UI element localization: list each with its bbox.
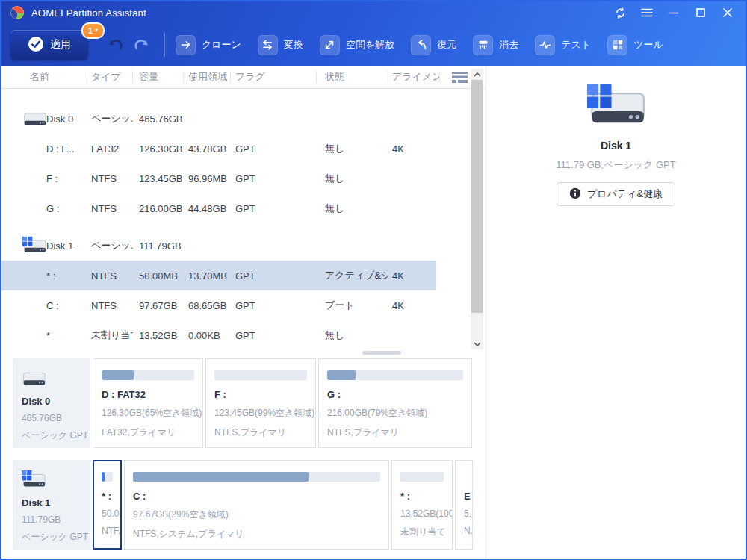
maximize-icon (695, 7, 706, 18)
partition-cell[interactable]: * : 13.52GB(100... 未割り当て (391, 460, 453, 550)
redo-button[interactable] (133, 36, 151, 54)
row-capacity: 123.45GB (133, 173, 184, 184)
row-name: F : (46, 173, 58, 184)
partition-cell[interactable]: D : FAT32 126.30GB(65%空き領域) FAT32,プライマリ (93, 358, 203, 448)
undo-button[interactable] (106, 36, 124, 54)
partition-cell[interactable]: F : 123.45GB(99%空き領域) NTFS,プライマリ (205, 358, 316, 448)
row-name: G : (46, 203, 59, 214)
toolbar-button-tools[interactable]: ツール (607, 35, 663, 55)
column-header-1[interactable]: 名前 (1, 71, 87, 83)
column-header-3[interactable]: 容量 (133, 71, 184, 83)
clone-icon (176, 35, 196, 55)
partition-cell[interactable]: G : 216.00GB(79%空き領域) NTFS,プライマリ (318, 358, 472, 448)
properties-health-button[interactable]: プロパティ&健康 (557, 182, 675, 206)
usage-bar (102, 472, 113, 482)
column-header-7[interactable]: アライメント (388, 71, 440, 83)
column-label: 使用領域 (188, 71, 230, 83)
row-capacity: 126.30GB (133, 143, 184, 155)
partition-row-[interactable]: * : NTFS 50.00MB 13.70MB GPT アクティブ&シス...… (1, 261, 436, 290)
disk-info-cell[interactable]: Disk 0 465.76GB ベーシック GPT (13, 358, 90, 448)
disk-row-Disk0[interactable]: Disk 0 ベーシッ... 465.76GB (1, 104, 436, 134)
column-label: アライメント (392, 71, 439, 83)
window-controls (607, 1, 741, 24)
toolbar-button-clone[interactable]: クローン (176, 35, 241, 55)
usage-bar (214, 370, 307, 380)
partition-row-C[interactable]: C : NTFS 97.67GB 68.65GB GPT ブート 4K (1, 290, 436, 320)
column-header-2[interactable]: タイプ (87, 71, 133, 83)
toolbar-buttons: クローン 変換 空間を解放 復元 消去 テスト ツール (176, 35, 680, 55)
release-space-icon (320, 35, 340, 55)
toolbar-button-restore[interactable]: 復元 (411, 35, 456, 55)
row-type: NTFS (87, 173, 133, 184)
detail-disk-name: Disk 1 (601, 140, 631, 152)
column-header-5[interactable]: フラグ (231, 71, 317, 83)
partition-fs: FAT32,プライマリ (102, 426, 194, 439)
apply-label: 適用 (50, 38, 71, 52)
panel-splitter-handle[interactable] (362, 351, 401, 355)
disk-row-Disk1[interactable]: Disk 1 ベーシッ... 111.79GB (1, 231, 436, 261)
menu-button[interactable] (633, 1, 660, 24)
app-window: AOMEI Partition Assistant 適用 1 ▾ (1, 1, 746, 559)
partition-row-DF[interactable]: D : F... FAT32 126.30GB 43.78GB GPT 無し 4… (1, 134, 436, 164)
close-button[interactable] (714, 1, 741, 24)
detail-disk-info: 111.79 GB,ベーシック GPT (556, 158, 675, 172)
disk-map-row-disk0: Disk 0 465.76GB ベーシック GPT D : FAT32 126.… (13, 358, 473, 448)
column-header-4[interactable]: 使用領域 (184, 71, 231, 83)
row-capacity: 111.79GB (133, 240, 184, 252)
row-flag: GPT (231, 330, 317, 341)
row-status: 無し (317, 329, 388, 342)
row-type: NTFS (87, 270, 133, 281)
apply-button[interactable]: 適用 (10, 30, 88, 60)
app-logo-icon (10, 6, 24, 19)
row-name: * (46, 330, 50, 341)
disk-gray-icon (22, 369, 90, 391)
disk-size: 111.79GB (22, 514, 90, 525)
maximize-button[interactable] (687, 1, 714, 24)
disk-windows-icon (22, 470, 90, 493)
column-label: 状態 (325, 71, 388, 83)
partition-size: 13.52GB(100... (400, 508, 444, 519)
row-type: ベーシッ... (87, 112, 133, 125)
row-status: 無し (317, 142, 388, 155)
pending-operations-badge[interactable]: 1 ▾ (81, 22, 105, 39)
toolbar-button-release-space[interactable]: 空間を解放 (320, 35, 394, 55)
disk-type: ベーシック GPT (22, 531, 90, 544)
info-icon (569, 187, 581, 202)
row-flag: GPT (231, 270, 317, 281)
row-used: 68.65GB (184, 300, 231, 311)
partition-size: 126.30GB(65%空き領域) (102, 407, 194, 420)
toolbar-button-test[interactable]: テスト (535, 35, 591, 55)
row-alignment: 4K (388, 143, 440, 155)
scroll-down-icon[interactable] (471, 338, 483, 349)
list-view-icon[interactable] (452, 71, 468, 86)
column-header-6[interactable]: 状態 (317, 71, 388, 83)
table-scrollbar[interactable] (471, 69, 483, 349)
disk-size: 465.76GB (22, 413, 90, 423)
minimize-button[interactable] (660, 1, 687, 24)
refresh-button[interactable] (607, 1, 633, 24)
row-used: 43.78GB (184, 143, 231, 155)
column-label: 容量 (139, 71, 183, 83)
toolbar-button-convert[interactable]: 変換 (258, 35, 303, 55)
tools-icon (607, 35, 627, 55)
header: AOMEI Partition Assistant 適用 1 ▾ (1, 1, 746, 66)
row-type: 未割り当て (87, 329, 133, 342)
detail-panel: Disk 1 111.79 GB,ベーシック GPT プロパティ&健康 (486, 66, 746, 559)
partition-row-[interactable]: * 未割り当て 13.52GB 0.00KB GPT 無し (1, 320, 436, 350)
row-name: D : F... (46, 143, 75, 155)
disk-info-cell[interactable]: Disk 1 111.79GB ベーシック GPT (13, 460, 90, 550)
toolbar-button-erase[interactable]: 消去 (473, 35, 518, 55)
partition-cell[interactable]: * : 50.0... NTF... (93, 460, 122, 550)
partition-row-G[interactable]: G : NTFS 216.00GB 44.48GB GPT 無し (1, 193, 436, 223)
refresh-icon (615, 7, 626, 19)
row-name: * : (46, 270, 55, 281)
partition-cell[interactable]: E : 5... N.. (455, 460, 473, 550)
scroll-up-icon[interactable] (471, 69, 483, 80)
row-name: C : (46, 300, 59, 311)
partition-row-F[interactable]: F : NTFS 123.45GB 96.96MB GPT 無し (1, 164, 436, 193)
window-title: AOMEI Partition Assistant (31, 7, 146, 19)
scrollbar-thumb[interactable] (471, 80, 483, 313)
partition-cell[interactable]: C : 97.67GB(29%空き領域) NTFS,システム,プライマリ (124, 460, 389, 550)
row-flag: GPT (231, 203, 317, 214)
disk-name: Disk 1 (22, 497, 90, 508)
